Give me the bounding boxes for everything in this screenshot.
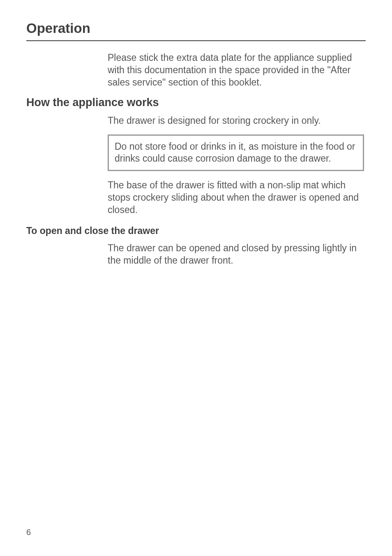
- section-heading-open-close-drawer: To open and close the drawer: [26, 225, 366, 236]
- page-number: 6: [26, 528, 31, 537]
- title-rule: [26, 40, 366, 41]
- section-heading-how-appliance-works: How the appliance works: [26, 96, 366, 109]
- notice-text: Do not store food or drinks in it, as mo…: [115, 141, 357, 165]
- notice-box: Do not store food or drinks in it, as mo…: [108, 134, 364, 171]
- section1-body: The drawer is designed for storing crock…: [108, 115, 364, 216]
- section1-p2: The base of the drawer is fitted with a …: [108, 179, 364, 216]
- section2-body: The drawer can be opened and closed by p…: [108, 242, 364, 267]
- section1-p1: The drawer is designed for storing crock…: [108, 115, 364, 127]
- chapter-title: Operation: [26, 21, 366, 36]
- intro-block: Please stick the extra data plate for th…: [108, 52, 364, 89]
- intro-paragraph: Please stick the extra data plate for th…: [108, 52, 364, 89]
- page: Operation Please stick the extra data pl…: [0, 0, 392, 556]
- section2-p1: The drawer can be opened and closed by p…: [108, 242, 364, 267]
